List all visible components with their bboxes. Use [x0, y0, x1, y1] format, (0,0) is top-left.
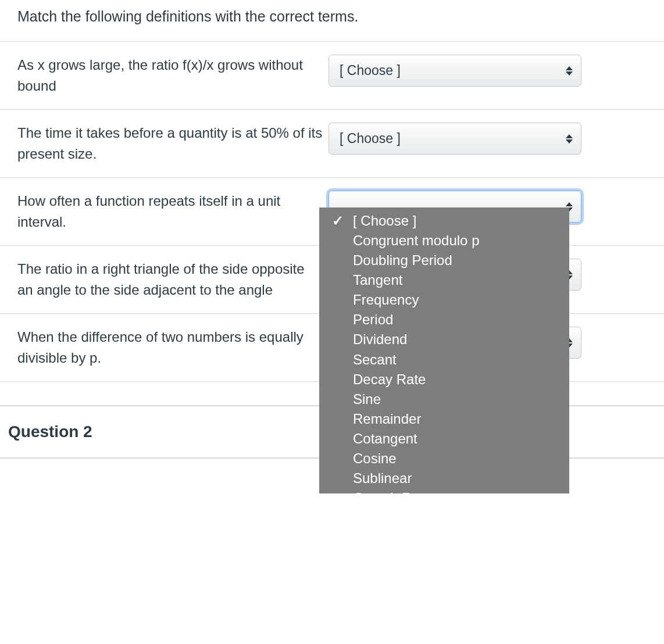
dropdown-option[interactable]: Doubling Period: [319, 251, 569, 270]
term-select[interactable]: [ Choose ]: [329, 123, 581, 155]
select-value: [ Choose ]: [340, 131, 401, 146]
matching-row: As x grows large, the ratio f(x)/x grows…: [0, 41, 664, 109]
definition-text: The ratio in a right triangle of the sid…: [17, 259, 329, 300]
dropdown-option[interactable]: Congruent modulo p: [319, 231, 569, 251]
select-arrows-icon: [566, 66, 573, 76]
dropdown-option[interactable]: Cotangent: [319, 429, 569, 449]
term-select[interactable]: [ Choose ]: [329, 55, 581, 87]
question-prompt: Match the following definitions with the…: [0, 0, 664, 41]
dropdown-option[interactable]: Frequency: [319, 290, 569, 310]
definition-text: The time it takes before a quantity is a…: [17, 123, 329, 164]
select-arrows-icon: [566, 134, 573, 144]
dropdown-option[interactable]: Decay Rate: [319, 370, 569, 389]
dropdown-option[interactable]: Tangent: [319, 270, 569, 290]
dropdown-option[interactable]: Secant: [319, 350, 569, 370]
definition-text: As x grows large, the ratio f(x)/x grows…: [17, 55, 329, 96]
dropdown-option[interactable]: [ Choose ]: [319, 211, 569, 231]
dropdown-option[interactable]: Sine: [319, 389, 569, 409]
matching-row: The time it takes before a quantity is a…: [0, 109, 664, 177]
select-value: [ Choose ]: [340, 63, 401, 78]
dropdown-option[interactable]: Period: [319, 310, 569, 330]
definition-text: When the difference of two numbers is eq…: [17, 327, 329, 368]
dropdown-option[interactable]: Remainder: [319, 409, 569, 429]
dropdown-menu[interactable]: [ Choose ]Congruent modulo pDoubling Per…: [319, 207, 569, 493]
dropdown-option[interactable]: Cosine: [319, 449, 569, 468]
definition-text: How often a function repeats itself in a…: [17, 191, 329, 232]
dropdown-option[interactable]: Dividend: [319, 330, 569, 349]
dropdown-option[interactable]: Sublinear: [319, 468, 569, 488]
dropdown-option[interactable]: Growth Rate: [319, 488, 569, 493]
